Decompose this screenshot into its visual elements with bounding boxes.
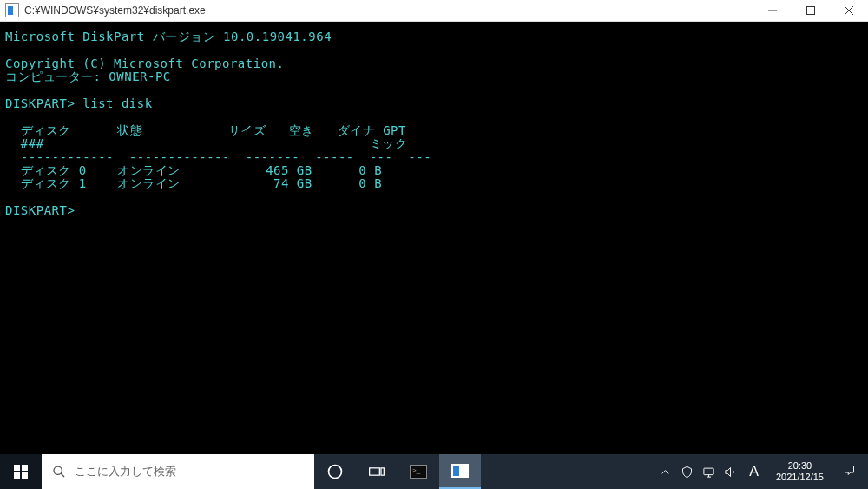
notification-button[interactable] xyxy=(838,464,861,479)
cortana-button[interactable] xyxy=(314,454,356,489)
taskbar-app-cmd[interactable] xyxy=(398,454,439,489)
svg-rect-4 xyxy=(14,465,20,471)
diskpart-icon xyxy=(451,464,469,478)
clock-date: 2021/12/15 xyxy=(776,472,824,483)
prompt: DISKPART> xyxy=(5,96,75,110)
svg-rect-1 xyxy=(807,7,815,15)
svg-point-8 xyxy=(54,466,62,474)
terminal-output[interactable]: Microsoft DiskPart バージョン 10.0.19041.964 … xyxy=(0,22,868,454)
svg-rect-13 xyxy=(704,468,713,475)
start-button[interactable] xyxy=(0,454,42,489)
minimize-button[interactable] xyxy=(753,0,792,22)
svg-line-9 xyxy=(61,473,64,477)
search-placeholder: ここに入力して検索 xyxy=(75,464,176,479)
table-header-1: ディスク 状態 サイズ 空き ダイナ GPT xyxy=(5,123,406,137)
table-divider: ------------ ------------- ------- -----… xyxy=(5,150,431,164)
ime-indicator[interactable]: A xyxy=(746,464,762,479)
command: list disk xyxy=(82,96,152,110)
taskbar-app-diskpart[interactable] xyxy=(439,454,481,489)
table-row: ディスク 0 オンライン 465 GB 0 B xyxy=(5,163,382,177)
svg-rect-7 xyxy=(22,472,28,479)
taskbar: ここに入力して検索 A 20:30 2021/12/15 xyxy=(0,454,868,489)
svg-rect-5 xyxy=(22,465,28,471)
computer-line: コンピューター: OWNER-PC xyxy=(5,69,171,83)
window-titlebar: C:¥WINDOWS¥system32¥diskpart.exe xyxy=(0,0,868,22)
table-row: ディスク 1 オンライン 74 GB 0 B xyxy=(5,176,382,190)
prompt: DISKPART> xyxy=(5,203,75,217)
app-icon xyxy=(5,3,19,17)
close-button[interactable] xyxy=(830,0,868,22)
copyright-line: Copyright (C) Microsoft Corporation. xyxy=(5,56,284,70)
clock[interactable]: 20:30 2021/12/15 xyxy=(771,460,829,483)
svg-rect-6 xyxy=(14,472,20,479)
svg-rect-11 xyxy=(370,468,380,475)
chevron-up-icon[interactable] xyxy=(659,466,672,479)
svg-point-10 xyxy=(329,466,342,479)
search-icon xyxy=(52,465,66,479)
clock-time: 20:30 xyxy=(776,460,824,472)
search-input[interactable]: ここに入力して検索 xyxy=(42,454,314,489)
network-icon[interactable] xyxy=(702,466,715,479)
volume-icon[interactable] xyxy=(724,466,737,479)
security-icon[interactable] xyxy=(681,466,694,479)
maximize-button[interactable] xyxy=(792,0,830,22)
svg-rect-12 xyxy=(381,468,384,475)
task-view-button[interactable] xyxy=(356,454,398,489)
window-title: C:¥WINDOWS¥system32¥diskpart.exe xyxy=(24,4,206,17)
system-tray: A 20:30 2021/12/15 xyxy=(652,454,868,489)
cmd-icon xyxy=(410,465,427,479)
table-header-2: ### ミック xyxy=(5,136,407,150)
version-line: Microsoft DiskPart バージョン 10.0.19041.964 xyxy=(5,30,332,43)
svg-marker-16 xyxy=(726,467,731,476)
